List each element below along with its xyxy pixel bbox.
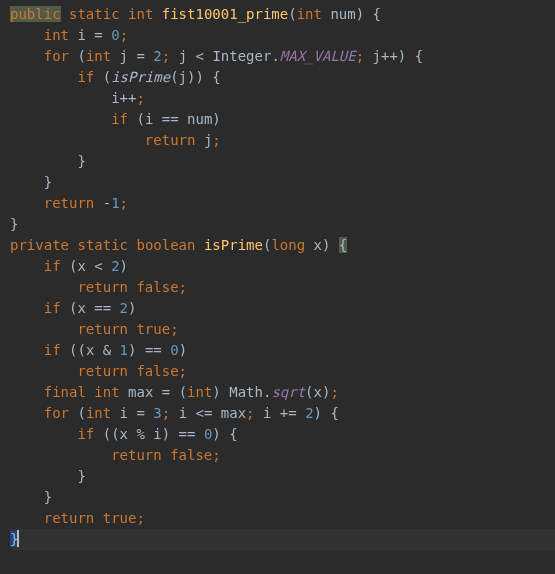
- code-line[interactable]: for (int i = 3; i <= max; i += 2) {: [10, 403, 555, 424]
- indent: [10, 426, 77, 442]
- code-token: ) {: [356, 6, 381, 22]
- code-token: {: [339, 237, 347, 253]
- code-token: [305, 237, 313, 253]
- code-token: ==: [86, 300, 120, 316]
- code-line[interactable]: return j;: [10, 130, 555, 151]
- code-token: if: [77, 426, 94, 442]
- code-token: int: [44, 27, 69, 43]
- code-token: return false: [77, 279, 178, 295]
- code-line[interactable]: final int max = (int) Math.sqrt(x);: [10, 382, 555, 403]
- code-line[interactable]: return true;: [10, 508, 555, 529]
- code-token: Integer: [212, 48, 271, 64]
- code-token: ): [128, 300, 136, 316]
- code-line[interactable]: }: [10, 151, 555, 172]
- code-token: j: [179, 48, 187, 64]
- code-token: ) ==: [128, 342, 170, 358]
- code-line[interactable]: private static boolean isPrime(long x) {: [10, 235, 555, 256]
- code-token: ;: [246, 405, 254, 421]
- code-token: ): [212, 384, 229, 400]
- code-token: static: [69, 6, 120, 22]
- code-line[interactable]: }: [10, 214, 555, 235]
- code-line[interactable]: return false;: [10, 361, 555, 382]
- indent: [10, 384, 44, 400]
- code-token: <=: [187, 405, 221, 421]
- indent: [10, 258, 44, 274]
- code-token: 2: [111, 258, 119, 274]
- code-line[interactable]: if ((x & 1) == 0): [10, 340, 555, 361]
- code-token: [170, 405, 178, 421]
- code-token: [120, 384, 128, 400]
- code-line[interactable]: }: [10, 466, 555, 487]
- code-token: ((: [94, 426, 119, 442]
- code-token: ((: [61, 342, 86, 358]
- code-token: x: [77, 300, 85, 316]
- code-token: ): [120, 258, 128, 274]
- code-token: +=: [271, 405, 305, 421]
- code-token: ;: [136, 510, 144, 526]
- code-line[interactable]: i++;: [10, 88, 555, 109]
- code-token: int: [94, 384, 119, 400]
- code-token: ;: [162, 48, 170, 64]
- code-token: (: [61, 300, 78, 316]
- code-token: ) {: [212, 426, 237, 442]
- code-line[interactable]: if (i == num): [10, 109, 555, 130]
- code-line[interactable]: }: [10, 172, 555, 193]
- code-token: 0: [170, 342, 178, 358]
- code-line[interactable]: for (int j = 2; j < Integer.MAX_VALUE; j…: [10, 46, 555, 67]
- code-line[interactable]: if (x == 2): [10, 298, 555, 319]
- code-token: max: [128, 384, 153, 400]
- code-line[interactable]: if ((x % i) == 0) {: [10, 424, 555, 445]
- code-token: j: [373, 48, 381, 64]
- code-token: sqrt: [271, 384, 305, 400]
- code-line[interactable]: }: [10, 529, 555, 550]
- code-token: [61, 6, 69, 22]
- code-token: [364, 48, 372, 64]
- code-token: (: [170, 69, 178, 85]
- code-token: ;: [120, 27, 128, 43]
- code-line[interactable]: return -1;: [10, 193, 555, 214]
- code-token: if: [111, 111, 128, 127]
- code-line[interactable]: int i = 0;: [10, 25, 555, 46]
- code-token: i: [77, 27, 85, 43]
- indent: [10, 468, 77, 484]
- code-line[interactable]: return false;: [10, 445, 555, 466]
- code-token: i: [179, 405, 187, 421]
- code-token: (: [69, 405, 86, 421]
- code-token: ): [212, 111, 220, 127]
- code-token: ;: [162, 405, 170, 421]
- indent: [10, 342, 44, 358]
- indent: [10, 300, 44, 316]
- indent: [10, 510, 44, 526]
- code-token: int: [187, 384, 212, 400]
- code-token: ;: [170, 321, 178, 337]
- code-token: }: [44, 489, 52, 505]
- code-line[interactable]: public static int fist10001_prime(int nu…: [10, 4, 555, 25]
- code-token: if: [44, 300, 61, 316]
- code-token: int: [86, 405, 111, 421]
- code-token: return: [145, 132, 196, 148]
- code-token: static: [77, 237, 128, 253]
- code-line[interactable]: }: [10, 487, 555, 508]
- code-token: return false: [111, 447, 212, 463]
- indent: [10, 279, 77, 295]
- code-line[interactable]: if (x < 2): [10, 256, 555, 277]
- code-editor[interactable]: public static int fist10001_prime(int nu…: [0, 0, 555, 554]
- code-token: ): [179, 342, 187, 358]
- indent: [10, 489, 44, 505]
- code-line[interactable]: if (isPrime(j)) {: [10, 67, 555, 88]
- code-token: ;: [212, 447, 220, 463]
- text-caret: [17, 530, 19, 547]
- code-token: isPrime: [204, 237, 263, 253]
- code-line[interactable]: return false;: [10, 277, 555, 298]
- code-token: x: [314, 384, 322, 400]
- indent: [10, 69, 77, 85]
- code-token: if: [44, 258, 61, 274]
- indent: [10, 90, 111, 106]
- code-token: [195, 237, 203, 253]
- code-line[interactable]: return true;: [10, 319, 555, 340]
- code-token: j: [179, 69, 187, 85]
- code-token: for: [44, 405, 69, 421]
- code-token: for: [44, 48, 69, 64]
- code-token: ) {: [314, 405, 339, 421]
- code-token: private: [10, 237, 69, 253]
